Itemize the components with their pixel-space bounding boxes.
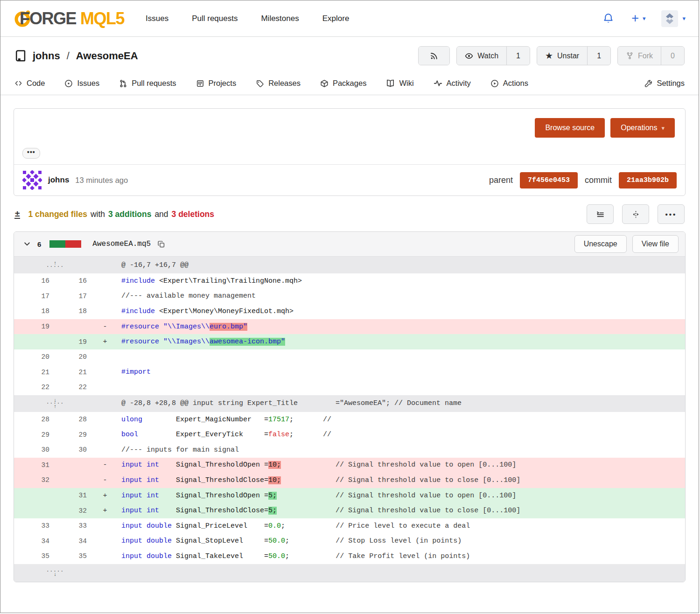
tab-code[interactable]: Code	[14, 79, 45, 88]
diff-op: -	[96, 461, 114, 469]
watch-button[interactable]: Watch	[457, 47, 506, 65]
brand-text-dark: ORGE	[29, 9, 76, 28]
more-options-button[interactable]: •••	[658, 204, 685, 224]
watch-count[interactable]: 1	[506, 47, 530, 65]
old-line-number[interactable]: 28	[14, 416, 59, 423]
tab-actions[interactable]: Actions	[490, 79, 528, 88]
tab-activity[interactable]: Activity	[434, 79, 471, 88]
new-line-number[interactable]: 22	[59, 384, 96, 391]
old-line-number[interactable]: 18	[14, 307, 59, 315]
avatar-image	[663, 12, 677, 26]
wrench-icon	[644, 79, 652, 88]
commit-author-link[interactable]: johns	[48, 175, 69, 185]
new-line-number[interactable]: 34	[59, 537, 96, 545]
unstar-label: Unstar	[557, 52, 579, 60]
tab-projects[interactable]: Projects	[196, 79, 237, 88]
expand-up-icon[interactable]: ↑·····	[14, 260, 96, 270]
nav-link-milestones[interactable]: Milestones	[261, 14, 299, 23]
repo-owner-link[interactable]: johns	[33, 50, 60, 62]
commit-card: Browse source Operations ▾ •••	[14, 108, 686, 196]
page: FORGE MQL5 Issues Pull requests Mileston…	[0, 0, 699, 613]
new-line-number[interactable]: 28	[59, 416, 96, 423]
old-line-number[interactable]: 22	[14, 384, 59, 391]
old-line-number[interactable]: 19	[14, 323, 59, 330]
tab-packages[interactable]: Packages	[320, 79, 366, 88]
diff-code-row: 3030//--- inputs for main signal	[14, 442, 685, 458]
old-line-number[interactable]: 20	[14, 353, 59, 361]
commit-message-toggle[interactable]: •••	[22, 148, 40, 159]
diff-file-name[interactable]: AwesomeEA.mq5	[92, 240, 151, 248]
expand-both-icon[interactable]: ↓·····↑	[14, 398, 96, 410]
diff-op: +	[96, 492, 114, 500]
notifications-button[interactable]	[601, 11, 616, 26]
tab-releases[interactable]: Releases	[256, 79, 301, 88]
old-line-number[interactable]: 17	[14, 293, 59, 300]
old-line-number[interactable]: 31	[14, 461, 59, 469]
rss-button-group	[418, 46, 450, 65]
rss-button[interactable]	[419, 47, 449, 65]
old-line-number[interactable]: 21	[14, 369, 59, 376]
diff-stat-bar	[49, 240, 81, 248]
brand-logo[interactable]: FORGE MQL5	[14, 9, 124, 28]
new-line-number[interactable]: 19	[59, 338, 96, 346]
diff-code-row: 2222	[14, 380, 685, 395]
copy-filename-button[interactable]	[156, 239, 166, 249]
rss-icon	[430, 52, 438, 60]
old-line-number[interactable]: 29	[14, 431, 59, 439]
code-line: input double Signal_PriceLevel =0.0; // …	[114, 522, 685, 530]
new-line-number[interactable]: 20	[59, 353, 96, 361]
tab-settings[interactable]: Settings	[644, 79, 685, 88]
new-line-number[interactable]: 16	[59, 277, 96, 285]
unstar-button[interactable]: ★ Unstar	[537, 47, 587, 65]
new-line-number[interactable]: 32	[59, 507, 96, 515]
new-line-number[interactable]: 33	[59, 522, 96, 530]
new-line-number[interactable]: 18	[59, 307, 96, 315]
tab-pull-requests[interactable]: Pull requests	[119, 79, 176, 88]
tab-label: Wiki	[399, 79, 413, 88]
tab-issues[interactable]: Issues	[64, 79, 99, 88]
code-line: #import	[114, 368, 685, 376]
new-line-number[interactable]: 30	[59, 446, 96, 454]
nav-link-pull-requests[interactable]: Pull requests	[192, 14, 238, 23]
stats-and-text: and	[154, 209, 168, 219]
old-line-number[interactable]: 34	[14, 537, 59, 545]
star-icon: ★	[545, 51, 553, 60]
new-line-number[interactable]: 31	[59, 492, 96, 499]
old-line-number[interactable]: 30	[14, 446, 59, 454]
view-file-button[interactable]: View file	[632, 235, 679, 253]
new-line-number[interactable]: 35	[59, 552, 96, 560]
nav-links: Issues Pull requests Milestones Explore	[146, 14, 349, 23]
fork-button[interactable]: Fork	[618, 47, 661, 65]
new-line-number[interactable]: 21	[59, 369, 96, 376]
diff-hunk-row: ↓·····↑@ -28,8 +28,8 @@ input string Exp…	[14, 395, 685, 412]
star-count[interactable]: 1	[587, 47, 610, 65]
create-new-button[interactable]: + ▾	[630, 10, 647, 27]
collapse-file-button[interactable]	[22, 239, 32, 249]
repo-name-link[interactable]: AwesomeEA	[76, 50, 138, 62]
expand-down-icon[interactable]: ·····↓	[14, 568, 96, 578]
commit-sha-button[interactable]: 21aa3b902b	[619, 172, 677, 188]
tab-wiki[interactable]: Wiki	[386, 79, 413, 88]
whitespace-options-button[interactable]	[587, 204, 614, 224]
stats-with-text: with	[91, 209, 105, 219]
old-line-number[interactable]: 16	[14, 277, 59, 285]
browse-source-button[interactable]: Browse source	[535, 118, 605, 138]
chevron-down-icon: ▾	[643, 15, 646, 22]
user-menu[interactable]: ▾	[661, 10, 686, 27]
nav-link-explore[interactable]: Explore	[322, 14, 350, 23]
old-line-number[interactable]: 35	[14, 552, 59, 560]
repo-header: johns / AwesomeEA Watch	[0, 37, 699, 72]
new-line-number[interactable]: 29	[59, 431, 96, 439]
split-view-button[interactable]	[622, 204, 649, 224]
unescape-button[interactable]: Unescape	[574, 235, 627, 253]
old-line-number[interactable]: 33	[14, 522, 59, 530]
operations-button[interactable]: Operations ▾	[610, 118, 675, 138]
diff-code-row: 19+#resource "\\Images\\awesomea-icon.bm…	[14, 334, 685, 349]
diff-table: ↑·····@ -16,7 +16,7 @@1616#include <Expe…	[14, 257, 685, 582]
new-line-number[interactable]: 17	[59, 293, 96, 300]
old-line-number[interactable]: 32	[14, 476, 59, 484]
parent-sha-button[interactable]: 7f456e0453	[520, 172, 578, 188]
nav-link-issues[interactable]: Issues	[146, 14, 168, 23]
fork-count[interactable]: 0	[661, 47, 684, 65]
diff-code-row: 1717//--- available money management	[14, 289, 685, 304]
